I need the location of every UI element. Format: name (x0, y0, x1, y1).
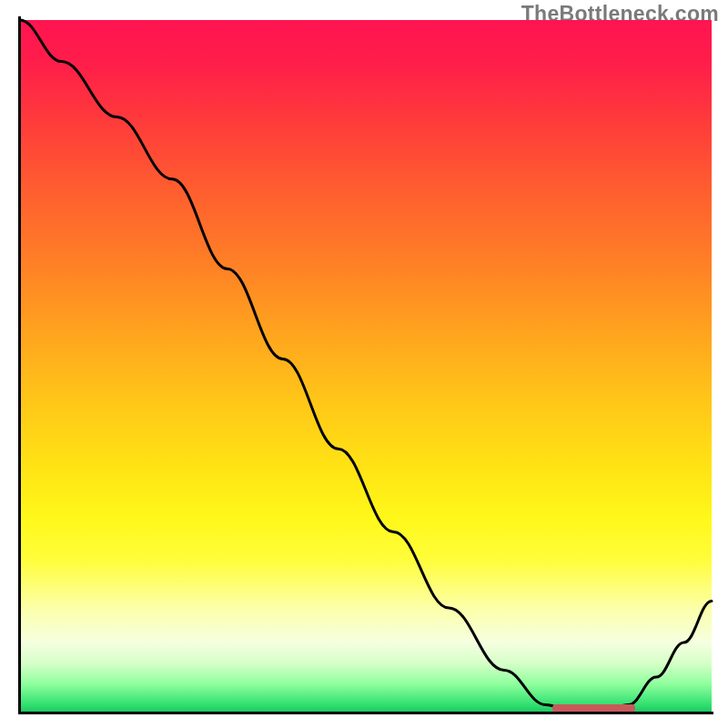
bottleneck-curve (20, 20, 712, 712)
plot-area (20, 20, 712, 712)
chart-container: TheBottleneck.com (0, 0, 728, 728)
x-axis (18, 712, 713, 714)
y-axis (18, 16, 21, 713)
